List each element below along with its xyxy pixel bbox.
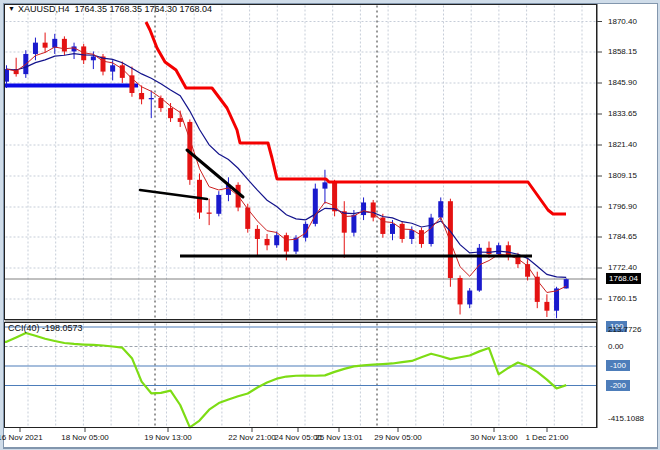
price-axis-label: 1833.65 bbox=[608, 109, 637, 118]
candle-body[interactable] bbox=[487, 248, 492, 254]
candle-body[interactable] bbox=[62, 39, 67, 52]
candle-body[interactable] bbox=[351, 215, 356, 233]
price-axis-label: 1845.90 bbox=[608, 78, 637, 87]
price-axis-label: 1821.40 bbox=[608, 140, 637, 149]
current-price-badge[interactable]: 1768.04 bbox=[606, 273, 641, 284]
price-axis-label: 1809.15 bbox=[608, 171, 637, 180]
candle-body[interactable] bbox=[332, 182, 337, 211]
price-axis-label: 1760.15 bbox=[608, 294, 637, 303]
price-axis-label: 1772.40 bbox=[608, 263, 637, 272]
candle-body[interactable] bbox=[168, 108, 173, 118]
candle-body[interactable] bbox=[554, 288, 559, 310]
time-axis-label: 18 Nov 05:00 bbox=[61, 433, 109, 442]
time-axis-label: 25 Nov 13:01 bbox=[315, 433, 363, 442]
cci-indicator-label: CCI(40) -198.0573 bbox=[8, 323, 83, 333]
candle-body[interactable] bbox=[361, 202, 366, 215]
candle-body[interactable] bbox=[149, 98, 154, 99]
time-axis-label: 19 Nov 13:00 bbox=[144, 433, 192, 442]
price-axis-label: 1784.65 bbox=[608, 232, 637, 241]
cci-line bbox=[5, 333, 567, 427]
symbol-label: XAUUSD,H4 bbox=[18, 4, 70, 14]
candle-body[interactable] bbox=[274, 235, 279, 245]
collapse-arrow-icon[interactable]: ▼ bbox=[8, 5, 15, 12]
candle-body[interactable] bbox=[496, 245, 501, 254]
candle-body[interactable] bbox=[419, 230, 424, 244]
candle-body[interactable] bbox=[467, 291, 472, 305]
price-axis-label: 1870.40 bbox=[608, 17, 637, 26]
candle-body[interactable] bbox=[216, 195, 221, 214]
candle-body[interactable] bbox=[139, 93, 144, 99]
chart-canvas[interactable] bbox=[0, 0, 660, 450]
candle-body[interactable] bbox=[400, 224, 405, 239]
cci-level-badge[interactable]: -100 bbox=[606, 360, 630, 371]
candle-body[interactable] bbox=[43, 43, 48, 48]
candle-body[interactable] bbox=[265, 239, 270, 245]
candle-body[interactable] bbox=[322, 182, 327, 188]
time-axis-label: 1 Dec 21:00 bbox=[525, 433, 568, 442]
black-trendline[interactable] bbox=[140, 190, 207, 199]
time-axis-label: 22 Nov 21:00 bbox=[228, 433, 276, 442]
time-axis-label: 30 Nov 13:00 bbox=[470, 433, 518, 442]
cci-zero-label: 0.00 bbox=[608, 342, 624, 351]
candle-body[interactable] bbox=[390, 224, 395, 234]
candle-body[interactable] bbox=[477, 248, 482, 291]
price-axis-label: 1858.15 bbox=[608, 47, 637, 56]
cci-max-label: 213.7726 bbox=[608, 325, 641, 334]
candle-body[interactable] bbox=[409, 230, 414, 239]
candle-body[interactable] bbox=[448, 201, 453, 278]
candle-body[interactable] bbox=[197, 180, 202, 213]
candle-body[interactable] bbox=[52, 39, 57, 48]
price-axis-label: 1796.90 bbox=[608, 202, 637, 211]
candle-body[interactable] bbox=[284, 235, 289, 251]
time-axis-label: 16 Nov 2021 bbox=[0, 433, 43, 442]
cci-min-label: -415.1088 bbox=[608, 414, 644, 423]
candle-body[interactable] bbox=[544, 302, 549, 311]
trend-step-line[interactable] bbox=[146, 22, 566, 214]
candle-body[interactable] bbox=[110, 65, 115, 71]
candle-body[interactable] bbox=[91, 56, 96, 60]
candle-body[interactable] bbox=[458, 278, 463, 304]
candle-body[interactable] bbox=[438, 201, 443, 217]
symbol-header: ▼XAUUSD,H4 1764.35 1768.35 1764.30 1768.… bbox=[8, 4, 212, 14]
candle-body[interactable] bbox=[255, 229, 260, 239]
mt4-chart-window: ▼XAUUSD,H4 1764.35 1768.35 1764.30 1768.… bbox=[0, 0, 660, 450]
candle-body[interactable] bbox=[33, 43, 38, 54]
cci-level-badge[interactable]: -200 bbox=[606, 380, 630, 391]
time-axis-label: 29 Nov 05:00 bbox=[374, 433, 422, 442]
candle-body[interactable] bbox=[429, 218, 434, 244]
candle-body[interactable] bbox=[207, 213, 212, 214]
ohlc-readout: 1764.35 1768.35 1764.30 1768.04 bbox=[74, 4, 212, 14]
black-trendline[interactable] bbox=[187, 150, 243, 197]
